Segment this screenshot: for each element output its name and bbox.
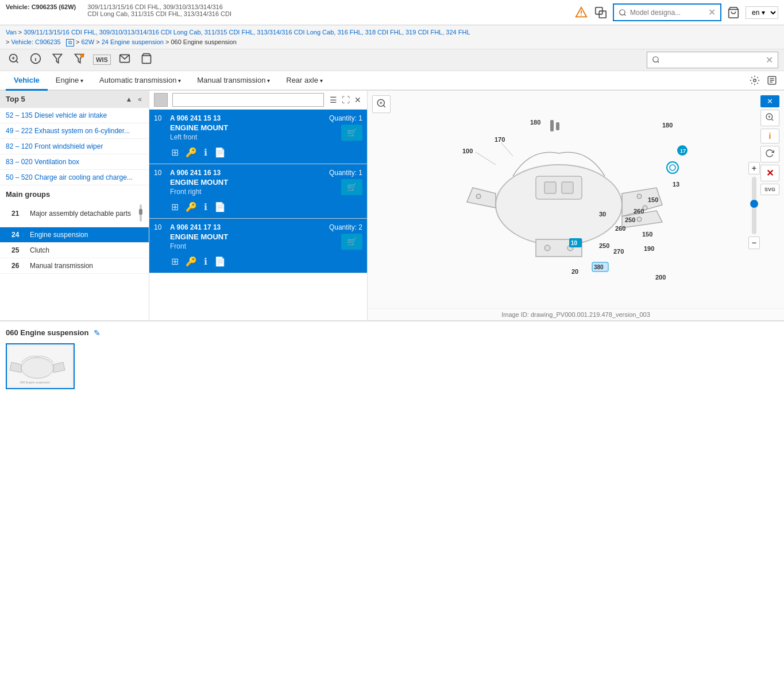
part-3-info: A 906 241 17 13 ENGINE MOUNT Front — [170, 223, 306, 250]
label-250-btm: 250 — [599, 242, 609, 249]
diagram-x-btn[interactable]: ✕ — [760, 165, 779, 181]
breadcrumb-van[interactable]: Van — [6, 29, 17, 36]
part-3-doc-icon[interactable]: 📄 — [213, 255, 227, 268]
part-1-table-icon[interactable]: ⊞ — [170, 146, 180, 159]
add-to-cart-btn-3[interactable]: 🛒 — [341, 234, 362, 250]
sidebar-collapse-icon[interactable]: ▲ — [124, 94, 133, 104]
vehicle-copy-btn[interactable]: ⧉ — [66, 39, 74, 46]
toolbar-search-box: ✕ — [647, 52, 778, 68]
sidebar-group-26[interactable]: 26 Manual transmission — [0, 258, 149, 274]
sidebar-top5-item-2[interactable]: 49 – 222 Exhaust system on 6-cylinder... — [0, 123, 149, 139]
part-3-key-icon[interactable]: 🔑 — [184, 255, 198, 268]
nav-settings-icon[interactable] — [748, 74, 761, 87]
part-item-2[interactable]: 10 A 906 241 16 13 ENGINE MOUNT Front ri… — [149, 164, 367, 219]
svg-rect-45 — [536, 176, 582, 199]
sidebar-top5-item-3[interactable]: 82 – 120 Front windshield wiper — [0, 139, 149, 154]
toolbar-search-clear[interactable]: ✕ — [764, 53, 774, 67]
label-260-top: 260 — [634, 208, 644, 215]
sidebar-group-24[interactable]: 24 Engine suspension — [0, 227, 149, 243]
group-21-num: 21 — [11, 210, 25, 218]
zoom-toolbar-icon[interactable] — [6, 52, 22, 68]
cart-icon[interactable] — [726, 5, 741, 20]
part-3-table-icon[interactable]: ⊞ — [170, 255, 180, 268]
copy-icon[interactable] — [593, 5, 608, 20]
sidebar-group-21[interactable]: 21 Major assembly detachable parts — [0, 201, 149, 227]
part-item-3[interactable]: 10 A 906 241 17 13 ENGINE MOUNT Front Qu… — [149, 219, 367, 273]
diagram-thumbnail[interactable]: 060 Engine suspension — [6, 343, 75, 389]
language-select[interactable]: en ▾ de fr — [746, 6, 778, 19]
tab-vehicle[interactable]: Vehicle — [6, 71, 48, 91]
zoom-thumb[interactable] — [750, 200, 758, 208]
filter-toolbar-icon[interactable] — [49, 52, 65, 68]
parts-search-input[interactable] — [172, 93, 324, 107]
filter-alert-toolbar-icon[interactable]: ! — [71, 52, 87, 68]
bottom-edit-icon[interactable]: ✎ — [92, 327, 102, 339]
sidebar-top5-list: 52 – 135 Diesel vehicle air intake 49 – … — [0, 108, 149, 320]
zoom-track[interactable] — [752, 177, 756, 234]
cart-toolbar-icon[interactable] — [138, 52, 155, 68]
tab-engine[interactable]: Engine — [48, 71, 91, 89]
breadcrumb-models[interactable]: 309/11/13/15/16 CDI FHL, 309/310/313/314… — [24, 29, 470, 36]
diagram-close-btn[interactable]: ✕ — [760, 95, 779, 107]
part-3-info-icon[interactable]: ℹ — [203, 255, 208, 268]
svg-marker-15 — [53, 54, 62, 63]
diagram-svg-btn[interactable]: SVG — [760, 184, 779, 195]
svg-rect-47 — [562, 182, 573, 193]
breadcrumb-bar: Van > 309/11/13/15/16 CDI FHL, 309/310/3… — [0, 25, 784, 49]
sidebar-top5-item-5[interactable]: 50 – 520 Charge air cooling and charge..… — [0, 170, 149, 185]
search-icon[interactable] — [617, 7, 628, 18]
part-2-table-icon[interactable]: ⊞ — [170, 200, 180, 214]
label-250-top: 250 — [625, 216, 635, 223]
nav-filter-icon[interactable] — [766, 74, 778, 87]
search-clear-icon[interactable]: ✕ — [707, 6, 717, 19]
part-row-3: 10 A 906 241 17 13 ENGINE MOUNT Front Qu… — [149, 219, 367, 253]
breadcrumb-vehicle[interactable]: Vehicle: C906235 — [11, 38, 60, 45]
info-toolbar-icon[interactable] — [28, 52, 44, 68]
toolbar-search-icon[interactable] — [651, 55, 661, 65]
diagram-zoom-view-btn[interactable] — [372, 95, 391, 113]
close-list-icon[interactable]: ✕ — [353, 94, 362, 106]
zoom-in-btn[interactable]: + — [748, 162, 760, 174]
sidebar-close-icon[interactable]: « — [137, 94, 143, 104]
parts-list-checkbox[interactable] — [154, 93, 168, 107]
label-13: 13 — [673, 181, 679, 188]
tab-rear-axle[interactable]: Rear axle — [278, 71, 330, 89]
mail-toolbar-icon[interactable] — [117, 52, 133, 68]
part-2-actions: ⊞ 🔑 ℹ 📄 — [149, 198, 367, 218]
svg-point-42 — [476, 194, 481, 199]
tab-manual-transmission[interactable]: Manual transmission — [189, 71, 278, 89]
part-2-info-icon[interactable]: ℹ — [203, 200, 208, 214]
diagram-zoom-in-btn[interactable] — [760, 110, 779, 126]
breadcrumb-engine-suspension[interactable]: 24 Engine suspension — [102, 38, 164, 45]
model-search-box: ✕ — [613, 3, 721, 21]
tab-automatic-transmission[interactable]: Automatic transmission — [91, 71, 189, 89]
diagram-refresh-btn[interactable] — [760, 146, 779, 162]
header-actions: ✕ en ▾ de fr — [574, 3, 778, 21]
part-1-key-icon[interactable]: 🔑 — [184, 146, 198, 159]
list-view-icon[interactable]: ☰ — [329, 94, 338, 106]
svg-line-49 — [501, 143, 513, 156]
part-2-info: A 906 241 16 13 ENGINE MOUNT Front right — [170, 169, 306, 196]
part-2-key-icon[interactable]: 🔑 — [184, 200, 198, 214]
sidebar-top5-item-1[interactable]: 52 – 135 Diesel vehicle air intake — [0, 108, 149, 123]
svg-line-6 — [624, 14, 626, 15]
expand-view-icon[interactable]: ⛶ — [341, 94, 351, 106]
breadcrumb-62w[interactable]: 62W — [81, 38, 94, 45]
sidebar-top5-item-4[interactable]: 83 – 020 Ventilation box — [0, 154, 149, 170]
zoom-out-btn[interactable]: − — [748, 236, 760, 249]
main-groups-title: Main groups — [0, 185, 149, 201]
model-search-input[interactable] — [630, 9, 705, 17]
toolbar-search-input[interactable] — [661, 56, 764, 64]
add-to-cart-btn-1[interactable]: 🛒 — [341, 125, 362, 141]
part-item-1[interactable]: 10 A 906 241 15 13 ENGINE MOUNT Left fro… — [149, 110, 367, 164]
diagram-info-btn[interactable]: i — [760, 129, 779, 144]
header: Vehicle: C906235 (62W) 309/11/13/15/16 C… — [0, 0, 784, 25]
part-2-doc-icon[interactable]: 📄 — [213, 200, 227, 214]
part-1-info-icon[interactable]: ℹ — [203, 146, 208, 159]
sidebar-group-25[interactable]: 25 Clutch — [0, 243, 149, 258]
alert-icon[interactable] — [574, 5, 589, 20]
part-1-doc-icon[interactable]: 📄 — [213, 146, 227, 159]
add-to-cart-btn-2[interactable]: 🛒 — [341, 179, 362, 195]
wis-toolbar-icon[interactable]: WIS — [93, 55, 111, 65]
svg-point-58 — [21, 358, 53, 378]
